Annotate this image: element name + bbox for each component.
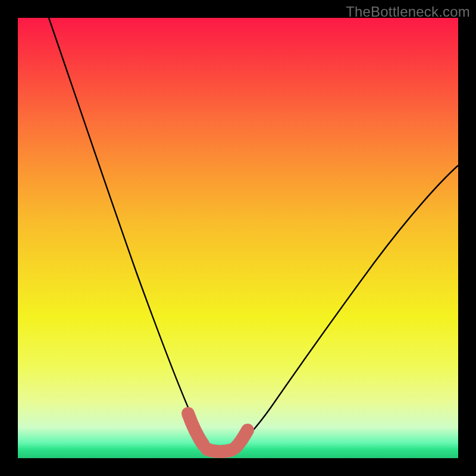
chart-plot-area — [18, 18, 458, 458]
trough-highlight-left — [188, 414, 203, 445]
attribution-label: TheBottleneck.com — [346, 4, 470, 20]
trough-highlight-right — [236, 430, 248, 447]
series-left-curve — [49, 18, 212, 449]
trough-highlight-bottom — [207, 449, 232, 452]
series-right-curve — [234, 165, 458, 449]
chart-svg — [18, 18, 458, 458]
chart-frame: TheBottleneck.com — [0, 0, 476, 476]
